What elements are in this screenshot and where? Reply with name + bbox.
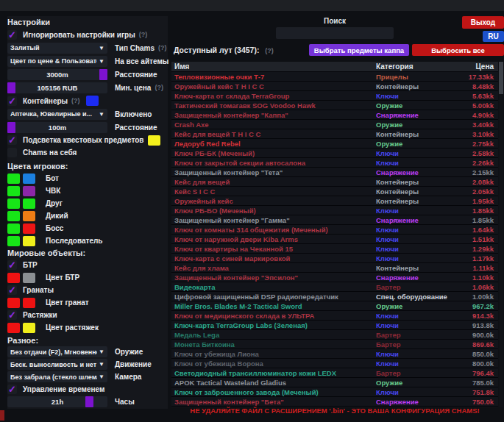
weapon-dropdown[interactable]: Без отдачи (F2), Мгновенное п ▼ — [7, 346, 107, 357]
table-row[interactable]: Ключ-карта TerraGroup Labs (Зеленая)Ключ… — [171, 321, 498, 330]
tripwire-color-swatch-2[interactable] — [23, 323, 35, 333]
slider-handle[interactable] — [99, 69, 107, 80]
camera-dropdown[interactable]: Без забрала (стекло шлема) ▼ — [7, 371, 107, 382]
btr-color-swatch-2[interactable] — [23, 273, 35, 283]
table-row[interactable]: Монета БиткоинаБартер869.6k — [171, 340, 498, 349]
table-row[interactable]: Ключ от закрытой секции автосалонаКлючи2… — [171, 158, 498, 168]
quest-highlight-row[interactable]: ✓ Подсветка квестовых предметов — [7, 134, 168, 146]
checkbox-checked-icon[interactable]: ✓ — [7, 385, 17, 394]
grenade-color-swatch-2[interactable] — [23, 298, 35, 308]
player-color-swatch-1[interactable] — [7, 223, 20, 234]
table-row[interactable]: Ключ от квартиры на Чеканной 15Ключи1.29… — [171, 244, 498, 254]
table-row[interactable]: Ключ от наружной двери Kiba ArmsКлючи1.5… — [171, 235, 498, 244]
slider-handle[interactable] — [7, 82, 15, 93]
containers-distance-slider[interactable]: 100m — [7, 122, 107, 133]
player-color-swatch-1[interactable] — [7, 174, 20, 184]
column-header-name[interactable]: Имя — [171, 62, 376, 71]
table-row[interactable]: Crash AxeОружие3.40kk — [171, 120, 498, 129]
containers-row[interactable]: ✓ Контейнеры (?) — [7, 94, 168, 107]
column-header-category[interactable]: Категория — [376, 62, 451, 71]
column-header-price[interactable]: Цена — [451, 62, 498, 71]
checkbox-checked-icon[interactable]: ✓ — [7, 135, 17, 145]
movement-dropdown[interactable]: Беск. выносливость и нет уста ▼ — [7, 359, 107, 370]
checkbox-unchecked-icon[interactable]: ✓ — [7, 148, 17, 157]
table-row[interactable]: Ключ от заброшенного завода (Меченый)Клю… — [171, 387, 498, 397]
select-kappa-items-button[interactable]: Выбрать предметы каппа — [309, 44, 409, 56]
player-color-swatch-2[interactable] — [23, 199, 35, 209]
table-row[interactable]: Ключ-карта с синей маркировкойКлючи1.17k… — [171, 254, 498, 263]
player-color-swatch-2[interactable] — [23, 174, 35, 184]
chams-type-dropdown[interactable]: Залитый ▼ — [7, 43, 107, 54]
table-row[interactable]: Защищенный контейнер "Тета"Снаряжение2.1… — [171, 168, 498, 177]
grenades-row[interactable]: ✓ Гранаты — [7, 284, 168, 296]
help-icon[interactable]: (?) — [158, 44, 167, 51]
drop-all-button[interactable]: Выбросить все — [412, 44, 504, 56]
player-color-swatch-2[interactable] — [23, 223, 35, 234]
tripwire-row[interactable]: ✓ Растяжки — [7, 309, 168, 321]
help-icon[interactable]: (?) — [139, 31, 148, 38]
table-row[interactable]: Защищенный контейнер "Бета"Снаряжение750… — [171, 397, 498, 407]
table-row[interactable]: Защищенный контейнер "Гамма"Снаряжение1.… — [171, 215, 498, 225]
help-icon[interactable]: (?) — [71, 97, 80, 104]
table-row[interactable]: Защищенный контейнер "Эпсилон"Снаряжение… — [171, 273, 498, 282]
table-row[interactable]: Цифровой защищенный DSP радиопередатчикС… — [171, 292, 498, 301]
table-scrollbar[interactable] — [499, 62, 503, 407]
hours-slider[interactable]: 21h — [7, 396, 107, 407]
containers-filter-dropdown[interactable]: Аптечка, Ювелирные и... ▼ — [7, 109, 107, 120]
player-color-swatch-2[interactable] — [23, 236, 35, 246]
table-row[interactable]: APOK Tactical Wasteland GladiusОружие785… — [171, 378, 498, 387]
table-row[interactable]: Тактический томагавк SOG Voodoo HawkОруж… — [171, 101, 498, 110]
language-button[interactable]: RU — [483, 31, 504, 42]
table-row[interactable]: Оружейный кейс Т Н I С СКонтейнеры8.48kk — [171, 82, 498, 91]
table-row[interactable]: Miller Bros. Blades M-2 Tactical SwordОр… — [171, 301, 498, 311]
player-color-swatch-2[interactable] — [23, 186, 35, 196]
table-row[interactable]: Кейс S I C CКонтейнеры2.05kk — [171, 187, 498, 196]
checkbox-checked-icon[interactable]: ✓ — [7, 96, 17, 106]
scrollbar-thumb[interactable] — [499, 62, 503, 94]
player-color-swatch-1[interactable] — [7, 236, 20, 246]
player-color-swatch-2[interactable] — [23, 211, 35, 221]
search-input[interactable] — [276, 27, 394, 39]
table-row[interactable]: Ключ РБ-БК (Меченый)Ключи2.58kk — [171, 149, 498, 158]
table-row[interactable]: ВидеокартаБартер1.06kk — [171, 282, 498, 292]
table-row[interactable]: Ключ от комнаты 314 общежития (Меченый)К… — [171, 225, 498, 235]
min-price-slider[interactable]: 105156 RUB — [7, 82, 107, 93]
player-color-swatch-1[interactable] — [7, 199, 20, 209]
btr-color-swatch-1[interactable] — [7, 273, 20, 283]
help-icon[interactable]: (?) — [155, 84, 163, 91]
player-color-swatch-1[interactable] — [7, 186, 20, 196]
checkbox-checked-icon[interactable]: ✓ — [7, 30, 17, 40]
grenade-color-swatch-1[interactable] — [7, 298, 20, 308]
table-row[interactable]: Ключ от убежища ВоронаКлючи800.0k — [171, 359, 498, 368]
table-row[interactable]: Ледоруб Red RebelОружие2.75kk — [171, 139, 498, 149]
table-row[interactable]: Светодиодный трансиллюминатор кожи LEDXБ… — [171, 368, 498, 378]
color-mode-dropdown[interactable]: Цвет по цене & Пользователь ▼ — [7, 56, 107, 67]
table-row[interactable]: Тепловизионные очки Т-7Прицелы17.33kk — [171, 72, 498, 82]
table-row[interactable]: Медаль LegaБартер900.0k — [171, 330, 498, 340]
checkbox-checked-icon[interactable]: ✓ — [7, 285, 17, 295]
slider-handle[interactable] — [85, 396, 93, 407]
table-row[interactable]: Кейс для вещейКонтейнеры2.08kk — [171, 177, 498, 187]
table-row[interactable]: Ключ от медицинского склада в УЛЬТРАКлюч… — [171, 311, 498, 321]
player-color-swatch-1[interactable] — [7, 211, 20, 221]
quest-color-swatch[interactable] — [148, 135, 160, 146]
distance-slider[interactable]: 3000m — [7, 69, 107, 80]
table-row[interactable]: Ключ-карта от склада TerraGroupКлючи5.63… — [171, 91, 498, 101]
ignore-game-settings-row[interactable]: ✓ Игнорировать настройки игры (?) — [7, 28, 168, 41]
checkbox-checked-icon[interactable]: ✓ — [7, 310, 17, 320]
table-row[interactable]: Ключ РБ-БО (Меченый)Ключи1.85kk — [171, 206, 498, 215]
help-icon[interactable]: (?) — [265, 47, 274, 54]
containers-color-swatch[interactable] — [86, 96, 99, 106]
self-chams-row[interactable]: ✓ Chams на себя — [7, 146, 168, 159]
tripwire-color-swatch-1[interactable] — [7, 323, 20, 333]
checkbox-checked-icon[interactable]: ✓ — [7, 260, 17, 270]
table-row[interactable]: Кейс для вещей Т Н I С СКонтейнеры3.10kk — [171, 129, 498, 139]
exit-button[interactable]: Выход — [462, 16, 504, 29]
table-row[interactable]: Ключ от убежища ЛионаКлючи850.0k — [171, 349, 498, 359]
slider-handle[interactable] — [7, 122, 15, 133]
table-row[interactable]: Кейс для хламаКонтейнеры1.11kk — [171, 263, 498, 273]
btr-row[interactable]: ✓ БТР — [7, 259, 168, 271]
table-row[interactable]: Оружейный кейсКонтейнеры1.95kk — [171, 196, 498, 206]
table-row[interactable]: Защищенный контейнер "Каппа"Снаряжение4.… — [171, 110, 498, 120]
time-control-row[interactable]: ✓ Управление временем — [7, 383, 168, 396]
